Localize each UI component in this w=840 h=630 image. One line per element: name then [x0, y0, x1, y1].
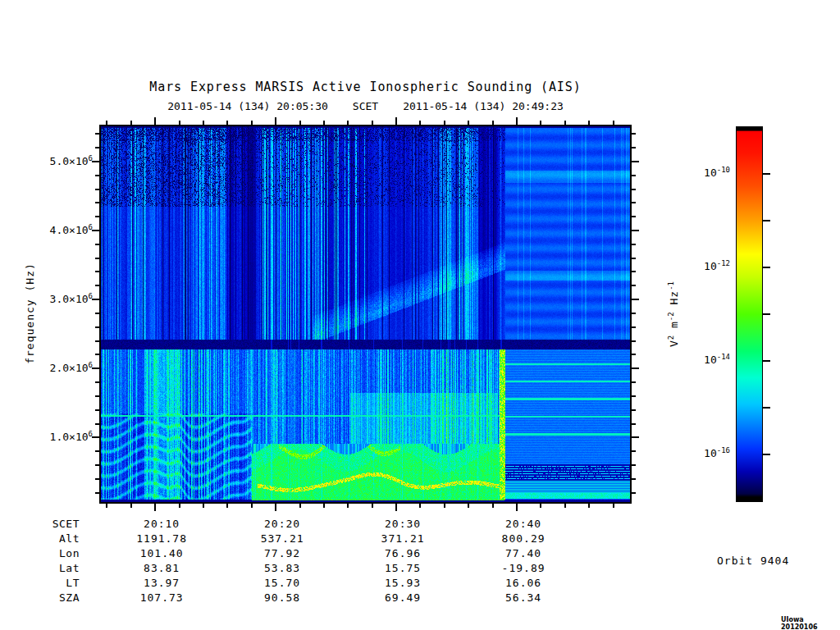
- y-axis-minor-tick: [632, 244, 636, 245]
- x-axis-minor-tick: [468, 121, 469, 125]
- ephemeris-row-label: Lat: [25, 562, 80, 574]
- plot-area: [99, 125, 632, 504]
- y-tick-label: 3.0×106: [27, 292, 93, 305]
- y-axis-minor-tick: [95, 216, 99, 217]
- y-tick-label: 1.0×106: [27, 430, 93, 443]
- y-axis-minor-tick: [632, 492, 636, 494]
- x-axis-major-tick: [516, 117, 518, 125]
- x-axis-major-tick: [275, 117, 276, 125]
- ais-spectrogram-page: { "title": "Mars Express MARSIS Active I…: [0, 0, 840, 630]
- colorbar-unit-label: V2 m-2 Hz-1: [667, 281, 680, 347]
- y-axis-minor-tick: [95, 450, 99, 452]
- ephemeris-value: 101.40: [108, 547, 215, 559]
- y-axis-minor-tick: [632, 133, 636, 135]
- ephemeris-value: 13.97: [108, 577, 215, 589]
- x-axis-minor-tick: [564, 504, 566, 508]
- y-axis-minor-tick: [632, 409, 636, 411]
- y-axis-minor-tick: [95, 340, 99, 342]
- y-axis-minor-tick: [632, 464, 636, 466]
- x-axis-minor-tick: [588, 121, 590, 125]
- y-axis-minor-tick: [632, 189, 636, 190]
- x-axis-minor-tick: [540, 121, 541, 125]
- colorbar-tick-label: 10-16: [650, 446, 730, 459]
- ephemeris-value: 20:20: [229, 518, 336, 530]
- ephemeris-value: 53.83: [229, 562, 336, 574]
- x-axis-minor-tick: [492, 121, 494, 125]
- x-axis-minor-tick: [564, 121, 566, 125]
- x-axis-minor-tick: [613, 504, 614, 508]
- y-axis-minor-tick: [95, 478, 99, 480]
- y-axis-minor-tick: [632, 381, 636, 383]
- y-axis-major-tick: [632, 161, 639, 162]
- x-axis-minor-tick: [444, 121, 445, 125]
- x-axis-major-tick: [154, 117, 156, 125]
- ephemeris-value: 107.73: [108, 591, 215, 604]
- x-axis-major-tick: [275, 504, 276, 511]
- y-tick-label: 5.0×106: [27, 154, 93, 167]
- y-axis-major-tick: [632, 368, 639, 369]
- ephemeris-value: 20:30: [349, 518, 456, 530]
- colorbar-tick: [763, 454, 770, 455]
- ephemeris-row-label: LT: [25, 577, 80, 589]
- y-tick-label: 4.0×106: [27, 223, 93, 236]
- y-axis-minor-tick: [632, 423, 636, 425]
- x-axis-minor-tick: [251, 121, 253, 125]
- ephemeris-value: 83.81: [108, 562, 215, 574]
- x-axis-minor-tick: [179, 121, 180, 125]
- colorbar-tick: [763, 360, 770, 362]
- ephemeris-value: 20:10: [108, 518, 215, 530]
- y-axis-minor-tick: [632, 478, 636, 480]
- x-axis-minor-tick: [347, 121, 349, 125]
- ephemeris-value: 56.34: [470, 591, 577, 604]
- x-axis-minor-tick: [251, 504, 253, 508]
- y-tick-label: 2.0×106: [27, 361, 93, 374]
- y-axis-minor-tick: [95, 133, 99, 135]
- y-axis-minor-tick: [632, 175, 636, 176]
- x-axis-minor-tick: [347, 504, 349, 508]
- x-axis-minor-tick: [323, 121, 325, 125]
- subtitle-start-scet: 2011-05-14 (134) 20:05:30: [167, 100, 328, 112]
- ephemeris-value: 15.93: [349, 577, 456, 589]
- x-axis-minor-tick: [106, 121, 107, 125]
- y-axis-minor-tick: [632, 313, 636, 314]
- x-axis-minor-tick: [444, 504, 445, 508]
- y-axis-minor-tick: [95, 381, 99, 383]
- spectrogram-canvas: [101, 126, 630, 502]
- y-axis-minor-tick: [632, 271, 636, 272]
- ephemeris-value: 16.06: [470, 577, 577, 589]
- x-axis-minor-tick: [372, 504, 373, 508]
- x-axis-minor-tick: [226, 121, 228, 125]
- x-axis-minor-tick: [130, 121, 132, 125]
- x-axis-minor-tick: [419, 504, 421, 508]
- y-axis-minor-tick: [95, 202, 99, 203]
- y-axis-major-tick: [92, 436, 99, 438]
- x-axis-minor-tick: [419, 121, 421, 125]
- ephemeris-value: 77.92: [229, 547, 336, 559]
- ephemeris-row-label: SCET: [25, 518, 80, 530]
- y-axis-minor-tick: [95, 189, 99, 190]
- x-axis-minor-tick: [468, 504, 469, 508]
- orbit-label: Orbit 9404: [717, 555, 789, 567]
- x-axis-minor-tick: [299, 504, 301, 508]
- subtitle-scet-label: SCET: [353, 100, 378, 112]
- y-axis-minor-tick: [632, 395, 636, 397]
- colorbar-tick: [763, 407, 770, 409]
- subtitle-end-scet: 2011-05-14 (134) 20:49:23: [403, 100, 564, 112]
- y-axis-minor-tick: [632, 147, 636, 148]
- y-axis-minor-tick: [95, 409, 99, 411]
- x-axis-minor-tick: [492, 504, 494, 508]
- x-axis-minor-tick: [540, 504, 541, 508]
- x-axis-minor-tick: [130, 504, 132, 508]
- colorbar: [736, 126, 763, 502]
- chart-title: Mars Express MARSIS Active Ionospheric S…: [99, 80, 632, 94]
- y-axis-minor-tick: [632, 450, 636, 452]
- y-axis-major-tick: [92, 368, 99, 369]
- x-axis-minor-tick: [588, 504, 590, 508]
- x-axis-minor-tick: [226, 504, 228, 508]
- y-axis-major-tick: [92, 299, 99, 300]
- y-axis-label: frequency (Hz): [24, 262, 36, 364]
- colorbar-tick: [763, 267, 770, 268]
- ephemeris-value: 1191.78: [108, 532, 215, 545]
- y-axis-minor-tick: [632, 326, 636, 328]
- colorbar-tick-label: 10-14: [650, 353, 730, 366]
